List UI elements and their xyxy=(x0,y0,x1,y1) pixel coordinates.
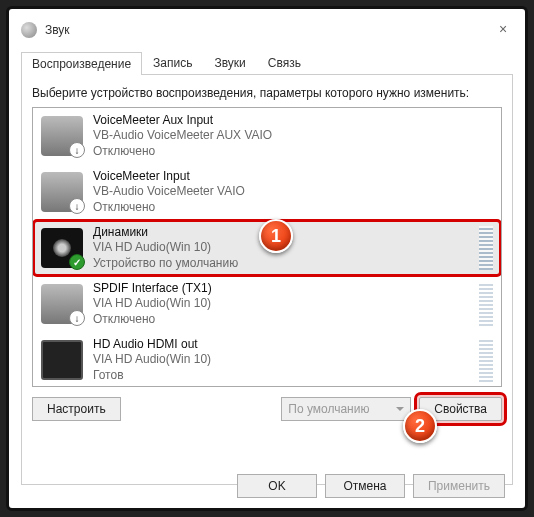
device-icon xyxy=(41,116,83,156)
default-dropdown[interactable]: По умолчанию xyxy=(281,397,411,421)
device-icon xyxy=(41,284,83,324)
speaker-icon xyxy=(41,228,83,268)
ok-button[interactable]: OK xyxy=(237,474,317,498)
device-item[interactable]: HD Audio HDMI out VIA HD Audio(Win 10) Г… xyxy=(33,332,501,387)
level-meter xyxy=(479,282,493,326)
dialog-buttons: OK Отмена Применить xyxy=(237,474,505,498)
check-icon xyxy=(69,254,85,270)
sound-dialog: Звук × Воспроизведение Запись Звуки Связ… xyxy=(6,6,528,511)
level-meter xyxy=(479,338,493,382)
sound-icon xyxy=(21,22,37,38)
tab-playback[interactable]: Воспроизведение xyxy=(21,52,142,75)
device-icon xyxy=(41,172,83,212)
tab-comm[interactable]: Связь xyxy=(257,51,312,74)
device-status: Отключено xyxy=(93,312,473,328)
configure-button[interactable]: Настроить xyxy=(32,397,121,421)
device-name: HD Audio HDMI out xyxy=(93,337,473,353)
device-status: Отключено xyxy=(93,144,493,160)
device-item[interactable]: SPDIF Interface (TX1) VIA HD Audio(Win 1… xyxy=(33,276,501,332)
device-name: VoiceMeeter Aux Input xyxy=(93,113,493,129)
device-status: Готов xyxy=(93,368,473,384)
titlebar: Звук xyxy=(21,15,513,45)
tab-record[interactable]: Запись xyxy=(142,51,203,74)
device-name: VoiceMeeter Input xyxy=(93,169,493,185)
playback-panel: Выберите устройство воспроизведения, пар… xyxy=(21,75,513,485)
device-item[interactable]: VoiceMeeter Aux Input VB-Audio VoiceMeet… xyxy=(33,108,501,164)
device-sub: VIA HD Audio(Win 10) xyxy=(93,296,473,312)
device-status: Устройство по умолчанию xyxy=(93,256,473,272)
instruction-text: Выберите устройство воспроизведения, пар… xyxy=(32,85,502,101)
device-sub: VIA HD Audio(Win 10) xyxy=(93,352,473,368)
device-sub: VB-Audio VoiceMeeter AUX VAIO xyxy=(93,128,493,144)
annotation-2: 2 xyxy=(403,409,437,443)
tab-sounds[interactable]: Звуки xyxy=(203,51,256,74)
arrow-down-icon xyxy=(69,142,85,158)
tab-row: Воспроизведение Запись Звуки Связь xyxy=(21,51,513,75)
level-meter xyxy=(479,226,493,270)
arrow-down-icon xyxy=(69,310,85,326)
monitor-icon xyxy=(41,340,83,380)
device-status: Отключено xyxy=(93,200,493,216)
window-title: Звук xyxy=(45,23,70,37)
arrow-down-icon xyxy=(69,198,85,214)
annotation-1: 1 xyxy=(259,219,293,253)
device-item[interactable]: VoiceMeeter Input VB-Audio VoiceMeeter V… xyxy=(33,164,501,220)
device-sub: VB-Audio VoiceMeeter VAIO xyxy=(93,184,493,200)
device-name: SPDIF Interface (TX1) xyxy=(93,281,473,297)
apply-button[interactable]: Применить xyxy=(413,474,505,498)
close-button[interactable]: × xyxy=(491,17,515,41)
cancel-button[interactable]: Отмена xyxy=(325,474,405,498)
